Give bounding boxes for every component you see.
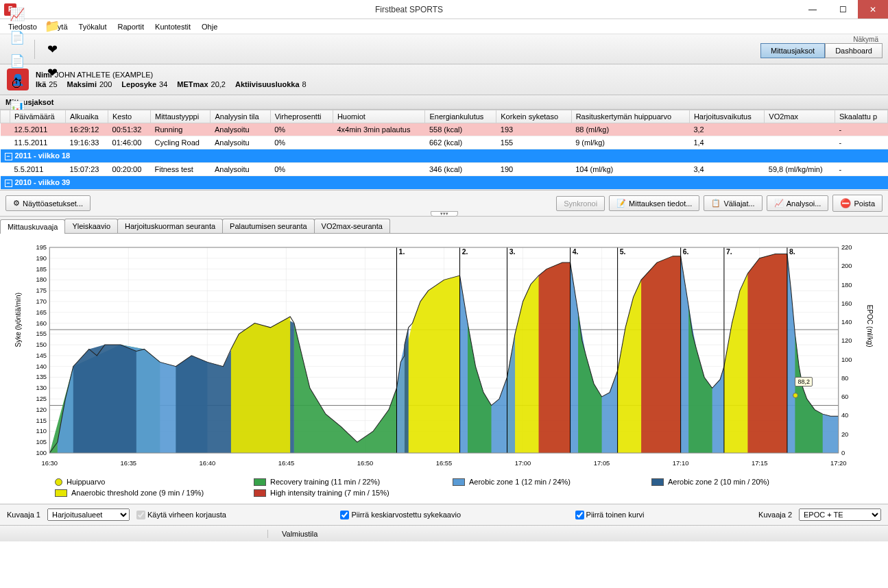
col-header[interactable]: Päivämäärä — [10, 110, 66, 123]
menu-kuntotestit[interactable]: Kuntotestit — [149, 21, 196, 32]
svg-text:2.: 2. — [462, 248, 468, 256]
y-axis-left-label: Syke (lyöntiä/min) — [14, 293, 22, 347]
svg-text:0: 0 — [841, 450, 845, 456]
heart-wifi-icon[interactable]: ❤ — [40, 38, 64, 61]
hr-chart[interactable]: Syke (lyöntiä/min) EPOC (ml/kg) 10010511… — [14, 241, 874, 474]
svg-text:4.: 4. — [573, 248, 579, 256]
svg-text:155: 155 — [36, 330, 47, 337]
splitter-handle[interactable]: ▾▾▾ — [431, 211, 458, 217]
col-header[interactable]: Huomiot — [333, 110, 425, 123]
sync-button[interactable]: Synkronoi — [556, 196, 605, 211]
svg-text:120: 120 — [36, 406, 47, 413]
svg-text:16:30: 16:30 — [42, 460, 58, 467]
name-value: JOHN ATHLETE (EXAMPLE) — [55, 71, 153, 79]
toolbar: 👤📈📄📄⏱📊 📁❤❤ Näkymä Mittausjaksot Dashboar… — [0, 34, 888, 64]
svg-text:160: 160 — [841, 300, 852, 307]
hr-chart-icon[interactable]: 📈 — [5, 3, 29, 26]
svg-text:150: 150 — [36, 341, 47, 348]
chart-tabs: MittauskuvaajaYleiskaavioHarjoituskuorma… — [0, 217, 888, 234]
svg-text:40: 40 — [841, 413, 848, 419]
doc-clock-icon[interactable]: ⏱ — [5, 73, 29, 96]
menu-ohje[interactable]: Ohje — [196, 21, 223, 32]
svg-text:125: 125 — [36, 395, 47, 402]
svg-text:110: 110 — [36, 428, 47, 435]
col-header[interactable]: Harjoitusvaikutus — [689, 110, 764, 123]
max-value: 200 — [99, 80, 112, 88]
table-row[interactable]: 11.5.201119:16:3301:46:00Cycling RoadAna… — [1, 136, 888, 149]
col-header[interactable]: Alkuaika — [66, 110, 108, 123]
doc1-icon[interactable]: 📄 — [5, 26, 29, 49]
kuvaaja1-label: Kuvaaja 1 — [7, 511, 40, 519]
display-settings-button[interactable]: Näyttöasetukset... — [5, 195, 91, 211]
menu-työkalut[interactable]: Työkalut — [73, 21, 112, 32]
chart-container: Syke (lyöntiä/min) EPOC (ml/kg) 10010511… — [0, 234, 888, 504]
maximize-button[interactable]: ☐ — [828, 0, 858, 19]
heart-qrt-icon[interactable]: ❤ — [40, 61, 64, 84]
tab-4[interactable]: VO2max-seuranta — [314, 219, 390, 233]
kuvaaja2-select[interactable]: EPOC + TE — [799, 509, 881, 521]
svg-text:7.: 7. — [726, 248, 732, 256]
group-row[interactable]: −2010 - viikko 39 — [1, 176, 888, 190]
sync-folder-icon[interactable]: 📁 — [40, 14, 64, 38]
tab-2[interactable]: Harjoituskuorman seuranta — [117, 219, 223, 233]
legend-item: Huippuarvo — [55, 478, 233, 486]
svg-text:170: 170 — [36, 298, 47, 305]
col-header[interactable]: Virheprosentti — [270, 110, 333, 123]
col-header[interactable]: Analyysin tila — [211, 110, 270, 123]
measurements-table-wrap[interactable]: PäivämääräAlkuaikaKestoMittaustyyppiAnal… — [0, 110, 888, 191]
col-header[interactable]: Kesto — [108, 110, 151, 123]
svg-text:190: 190 — [36, 255, 47, 262]
svg-text:140: 140 — [841, 319, 852, 326]
col-header[interactable]: Skaalattu p — [835, 110, 887, 123]
svg-text:3.: 3. — [509, 248, 516, 256]
analyze-button[interactable]: 📈Analysoi... — [767, 195, 829, 211]
close-button[interactable]: ✕ — [858, 0, 888, 19]
doc-user-icon[interactable]: 📄 — [5, 49, 29, 73]
svg-text:100: 100 — [841, 356, 852, 363]
svg-text:20: 20 — [841, 431, 848, 438]
delete-icon: ⛔ — [840, 198, 851, 208]
svg-text:130: 130 — [36, 384, 47, 391]
kuvaaja1-select[interactable]: Harjoitusalueet — [47, 509, 130, 521]
window-title: Firstbeat SPORTS — [21, 5, 797, 14]
avg-hr-checkbox[interactable]: Piirrä keskiarvostettu sykekaavio — [340, 511, 461, 519]
table-row[interactable]: 5.5.201115:07:2300:20:00Fitness testAnal… — [1, 163, 888, 176]
view-measurements-button[interactable]: Mittausjaksot — [760, 43, 825, 58]
table-row[interactable]: 12.5.201116:29:1200:51:32RunningAnalysoi… — [1, 123, 888, 136]
svg-text:105: 105 — [36, 439, 47, 445]
svg-text:16:35: 16:35 — [121, 460, 137, 467]
tab-1[interactable]: Yleiskaavio — [64, 219, 118, 233]
splits-button[interactable]: 📋Väliajat... — [704, 195, 762, 211]
svg-text:180: 180 — [36, 277, 47, 284]
view-label: Näkymä — [760, 36, 883, 43]
col-header[interactable]: Energiankulutus — [425, 110, 496, 123]
act-value: 8 — [302, 80, 307, 88]
menu-raportit[interactable]: Raportit — [112, 21, 150, 32]
col-header[interactable]: VO2max — [765, 110, 835, 123]
legend-item: Anaerobic threshold zone (9 min / 19%) — [55, 489, 233, 497]
col-header[interactable]: Mittaustyyppi — [150, 110, 211, 123]
user-edit-icon[interactable]: 👤 — [5, 0, 29, 3]
svg-text:180: 180 — [841, 282, 852, 289]
status-text: Valmiustila — [267, 530, 331, 538]
tab-0[interactable]: Mittauskuvaaja — [0, 219, 65, 234]
details-button[interactable]: 📝Mittauksen tiedot... — [609, 195, 699, 211]
svg-text:115: 115 — [36, 417, 47, 424]
group-row[interactable]: −2011 - viikko 18 — [1, 149, 888, 163]
tab-3[interactable]: Palautumisen seuranta — [222, 219, 315, 233]
error-correction-checkbox[interactable]: Käytä virheen korjausta — [136, 511, 226, 519]
second-curve-checkbox[interactable]: Piirrä toinen kurvi — [575, 511, 645, 519]
svg-text:135: 135 — [36, 374, 47, 381]
list-icon: 📋 — [711, 199, 721, 208]
minimize-button[interactable]: — — [797, 0, 828, 19]
view-dashboard-button[interactable]: Dashboard — [825, 43, 883, 58]
svg-text:17:10: 17:10 — [673, 460, 689, 467]
delete-button[interactable]: ⛔Poista — [832, 195, 883, 212]
met-value: 20,2 — [211, 80, 226, 88]
svg-text:5.: 5. — [620, 248, 626, 256]
legend-item: Aerobic zone 2 (10 min / 20%) — [651, 478, 830, 486]
col-header[interactable]: Korkein syketaso — [496, 110, 571, 123]
col-header[interactable]: Rasituskertymän huippuarvo — [571, 110, 689, 123]
legend-item: Recovery training (11 min / 22%) — [254, 478, 432, 486]
act-label: Aktiivisuusluokka — [235, 80, 300, 88]
